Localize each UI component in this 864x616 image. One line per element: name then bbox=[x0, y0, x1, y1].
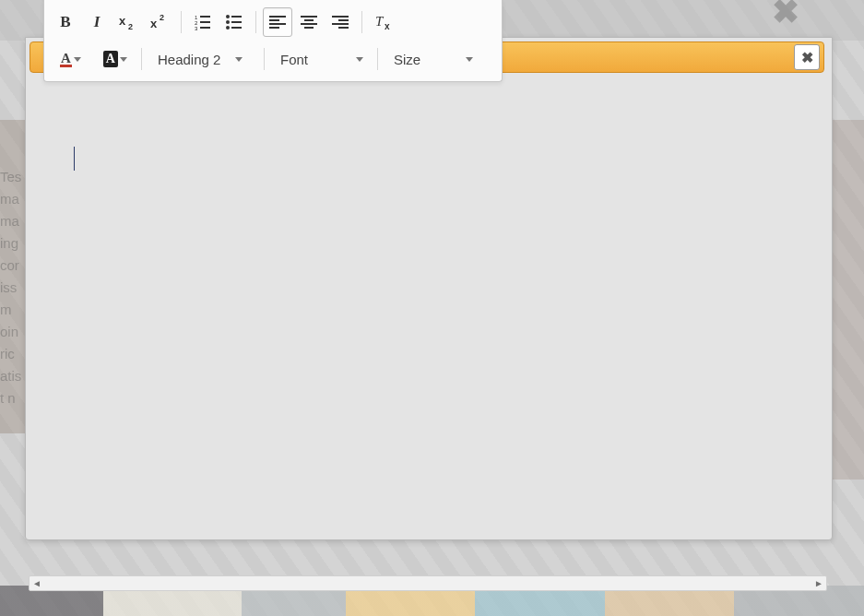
text-color-dropdown[interactable]: A bbox=[50, 44, 89, 74]
align-right-icon bbox=[332, 14, 349, 30]
bold-icon: B bbox=[60, 13, 70, 31]
editor-toolbar: B I x 2 x 2 1 bbox=[43, 0, 503, 82]
align-left-icon bbox=[269, 14, 286, 30]
svg-rect-16 bbox=[269, 16, 286, 18]
toolbar-separator bbox=[181, 11, 182, 33]
svg-rect-7 bbox=[200, 21, 210, 23]
svg-text:x: x bbox=[150, 17, 158, 30]
bold-button[interactable]: B bbox=[51, 7, 80, 37]
scroll-right-arrow[interactable]: ► bbox=[811, 576, 826, 590]
svg-rect-22 bbox=[301, 23, 317, 25]
chevron-down-icon bbox=[356, 57, 363, 62]
align-center-button[interactable] bbox=[294, 7, 324, 37]
svg-rect-21 bbox=[304, 19, 314, 21]
align-right-button[interactable] bbox=[325, 7, 355, 37]
paragraph-format-label: Heading 2 bbox=[158, 52, 220, 67]
chevron-down-icon bbox=[74, 57, 81, 62]
subscript-icon: x 2 bbox=[119, 13, 137, 31]
svg-point-10 bbox=[226, 15, 230, 18]
svg-rect-5 bbox=[200, 16, 210, 18]
svg-rect-9 bbox=[200, 27, 210, 29]
toolbar-separator bbox=[264, 48, 265, 70]
close-icon: ✖ bbox=[801, 49, 813, 66]
svg-rect-24 bbox=[332, 16, 349, 18]
chevron-down-icon bbox=[120, 57, 127, 62]
scroll-left-arrow[interactable]: ◄ bbox=[30, 576, 44, 590]
svg-point-14 bbox=[226, 26, 230, 30]
bg-partial-text: Tes ma ma ing cor iss m oin ric atis t n bbox=[0, 166, 21, 409]
italic-button[interactable]: I bbox=[82, 7, 112, 37]
svg-text:2: 2 bbox=[128, 22, 133, 31]
svg-rect-13 bbox=[231, 21, 242, 23]
editor-surface[interactable] bbox=[44, 128, 813, 521]
align-center-icon bbox=[301, 14, 317, 30]
italic-icon: I bbox=[94, 13, 101, 31]
horizontal-scrollbar[interactable]: ◄ ► bbox=[29, 575, 827, 591]
svg-rect-26 bbox=[332, 23, 349, 25]
superscript-button[interactable]: x 2 bbox=[145, 7, 174, 37]
svg-text:x: x bbox=[385, 21, 390, 31]
svg-rect-20 bbox=[301, 16, 317, 18]
svg-rect-25 bbox=[338, 19, 349, 21]
svg-text:T: T bbox=[375, 14, 385, 29]
font-size-dropdown[interactable]: Size bbox=[384, 44, 481, 74]
svg-rect-19 bbox=[269, 27, 279, 29]
align-left-button[interactable] bbox=[263, 7, 292, 37]
font-family-dropdown[interactable]: Font bbox=[270, 44, 372, 74]
svg-text:3: 3 bbox=[195, 26, 198, 30]
text-color-icon: A bbox=[60, 52, 72, 67]
chevron-down-icon bbox=[235, 57, 243, 62]
clear-formatting-button[interactable]: T x bbox=[369, 7, 398, 37]
modal-body bbox=[25, 37, 833, 540]
svg-rect-27 bbox=[338, 27, 349, 29]
svg-rect-15 bbox=[231, 27, 242, 29]
toolbar-separator bbox=[141, 48, 142, 70]
svg-rect-18 bbox=[269, 23, 286, 25]
svg-point-12 bbox=[226, 20, 230, 24]
ordered-list-icon: 1 2 3 bbox=[195, 14, 211, 30]
close-button[interactable]: ✖ bbox=[794, 44, 820, 70]
subscript-button[interactable]: x 2 bbox=[113, 7, 143, 37]
font-size-label: Size bbox=[394, 52, 420, 67]
toolbar-separator bbox=[377, 48, 378, 70]
svg-rect-17 bbox=[269, 19, 279, 21]
font-family-label: Font bbox=[280, 52, 308, 67]
chevron-down-icon bbox=[466, 57, 473, 62]
text-cursor bbox=[74, 147, 75, 171]
toolbar-separator bbox=[361, 11, 362, 33]
bg-color-icon: A bbox=[103, 51, 118, 67]
superscript-icon: x 2 bbox=[150, 13, 169, 31]
unordered-list-icon bbox=[226, 14, 243, 30]
bg-color-dropdown[interactable]: A bbox=[93, 44, 136, 74]
toolbar-row-1: B I x 2 x 2 1 bbox=[50, 4, 496, 41]
clear-formatting-icon: T x bbox=[374, 13, 393, 31]
svg-text:2: 2 bbox=[160, 13, 164, 22]
toolbar-row-2: A A Heading 2 Font Size bbox=[50, 41, 496, 77]
svg-rect-11 bbox=[231, 16, 242, 18]
svg-text:x: x bbox=[119, 14, 126, 28]
editor-modal: ✖ B I x 2 x 2 bbox=[25, 0, 831, 590]
bg-image-right bbox=[827, 120, 864, 480]
paragraph-format-dropdown[interactable]: Heading 2 bbox=[148, 44, 258, 74]
toolbar-separator bbox=[255, 11, 256, 33]
ordered-list-button[interactable]: 1 2 3 bbox=[188, 7, 218, 37]
unordered-list-button[interactable] bbox=[219, 7, 249, 37]
scroll-track[interactable] bbox=[44, 576, 811, 590]
svg-rect-23 bbox=[304, 27, 314, 29]
